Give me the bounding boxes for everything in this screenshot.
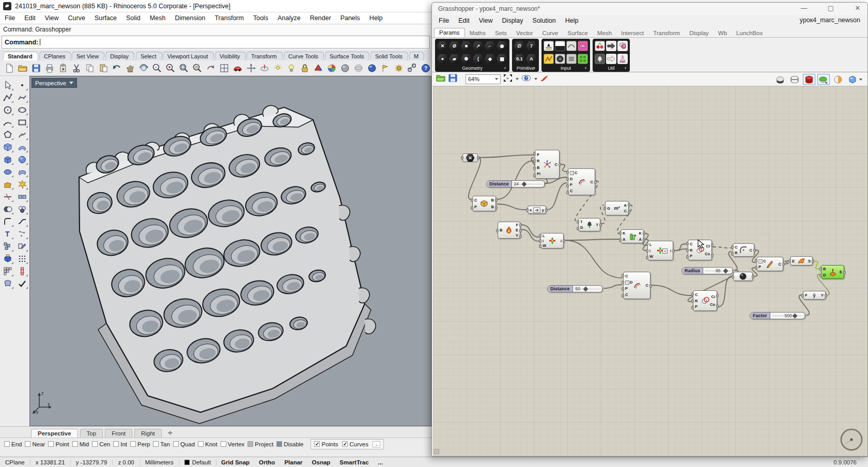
lamp-icon[interactable] <box>285 62 297 74</box>
input-nub[interactable] <box>566 170 569 174</box>
inp-gradient-icon[interactable] <box>566 41 577 51</box>
rectangle-icon[interactable] <box>16 116 28 128</box>
sphere-solid-icon[interactable] <box>16 153 28 165</box>
close-button[interactable]: ✕ <box>853 4 862 12</box>
input-nub[interactable] <box>533 166 536 170</box>
input-nub[interactable] <box>539 234 541 238</box>
output-nub[interactable] <box>782 262 785 266</box>
gh-component-deconstruct-brep[interactable]: BFEV <box>498 222 520 239</box>
inp-panel-icon[interactable] <box>566 54 577 64</box>
input-nub[interactable] <box>577 220 579 224</box>
chevron-down-icon[interactable] <box>516 78 519 80</box>
toolbar-tab-set-view[interactable]: Set View <box>71 52 105 60</box>
toolbar-tab-transform[interactable]: Transform <box>246 52 283 60</box>
input-nub[interactable] <box>731 252 734 256</box>
input-nub[interactable] <box>471 206 473 210</box>
polyline-icon[interactable] <box>1 91 14 103</box>
output-nub[interactable] <box>716 304 719 308</box>
osnap-item-mid[interactable]: Mid <box>72 441 89 447</box>
gh-component-list-item-1[interactable]: LiWi <box>540 233 564 248</box>
hex-int-icon[interactable]: 7 <box>526 41 537 51</box>
control-curve-icon[interactable] <box>16 91 28 103</box>
status-toggle-grid-snap[interactable]: Grid Snap <box>216 459 254 465</box>
hex-plane-icon[interactable]: ▰ <box>449 54 460 64</box>
cyl-red-sel-icon[interactable] <box>803 74 815 85</box>
print-icon[interactable] <box>43 62 55 74</box>
redraw-brush-icon[interactable] <box>540 74 549 84</box>
surface-sweep-icon[interactable] <box>16 141 28 153</box>
toolbar-tab-m[interactable]: M <box>409 52 425 60</box>
block-edit-icon[interactable] <box>16 240 28 252</box>
input-nub[interactable] <box>619 231 622 235</box>
osnap-checkbox-tan[interactable] <box>153 441 159 447</box>
status-ellipsis[interactable]: ... <box>374 459 388 465</box>
notes-flag-icon[interactable] <box>379 62 391 74</box>
util-arrow-dark-icon[interactable] <box>606 41 616 51</box>
util-jar-icon[interactable] <box>617 41 628 51</box>
hex-null-icon[interactable]: ∅ <box>514 41 525 51</box>
input-nub[interactable] <box>622 281 624 284</box>
osnap-checkbox-vertex[interactable] <box>221 441 226 447</box>
osnap-checkbox-mid[interactable] <box>72 441 78 447</box>
slider-track[interactable]: 86 <box>703 268 733 274</box>
save-file-icon[interactable] <box>448 74 457 84</box>
output-nub[interactable] <box>711 254 714 257</box>
input-nub[interactable] <box>819 267 822 271</box>
input-nub[interactable] <box>732 275 734 278</box>
four-view-icon[interactable] <box>218 62 230 74</box>
hex-diamond-icon[interactable]: ◆ <box>485 54 495 64</box>
chevron-down-icon[interactable] <box>534 78 537 80</box>
output-nub[interactable] <box>594 180 597 184</box>
osnap-checkbox-perp[interactable] <box>130 441 136 447</box>
gh-menu-help[interactable]: Help <box>561 16 583 25</box>
input-nub[interactable] <box>533 152 536 155</box>
toolbar-tab-select[interactable]: Select <box>135 52 162 60</box>
gh-component-flatten-tree[interactable]: TDT <box>578 218 600 231</box>
pan-hand-icon[interactable] <box>124 62 136 74</box>
inp-toggle-icon[interactable] <box>555 41 565 51</box>
toolbar-tab-curve-tools[interactable]: Curve Tools <box>283 52 324 60</box>
output-nub[interactable] <box>519 235 522 238</box>
input-nub[interactable] <box>566 191 569 194</box>
status-units[interactable]: Millimeters <box>140 459 179 465</box>
box-solid-icon[interactable] <box>1 153 14 165</box>
menu-curve[interactable]: Curve <box>64 13 90 23</box>
zoom-extents-icon[interactable]: × <box>503 74 513 84</box>
link-tool-icon[interactable] <box>406 62 418 74</box>
menu-help[interactable]: Help <box>365 13 388 23</box>
grasshopper-titlebar[interactable]: Grasshopper - урок4_marc_newson* — ▢ ✕ <box>432 3 867 15</box>
menu-dimension[interactable]: Dimension <box>170 13 210 23</box>
output-nub[interactable] <box>519 223 522 227</box>
gh-menu-display[interactable]: Display <box>498 16 528 25</box>
gear-icon[interactable] <box>393 62 405 74</box>
perspective-viewport[interactable] <box>29 76 431 426</box>
gh-component-offset-2[interactable]: C↑DPCC <box>623 272 650 299</box>
gh-component-merge-sphere[interactable] <box>733 272 753 281</box>
output-nub[interactable] <box>545 208 548 212</box>
osnap-checkbox-near[interactable] <box>25 441 30 447</box>
output-nub[interactable] <box>672 249 675 253</box>
palette-expand-button[interactable]: + <box>533 66 536 71</box>
move-widget-icon[interactable] <box>245 62 257 74</box>
input-nub[interactable] <box>539 244 541 248</box>
block-red-icon[interactable] <box>16 265 28 277</box>
ghosted-sphere-icon[interactable] <box>352 62 364 74</box>
output-nub[interactable] <box>753 248 756 252</box>
input-nub[interactable] <box>471 198 473 202</box>
input-nub[interactable] <box>801 294 804 298</box>
hex-number-icon[interactable]: 0.1 <box>514 54 525 64</box>
palette-expand-button[interactable]: + <box>504 66 506 71</box>
input-nub[interactable] <box>622 274 624 277</box>
gh-component-fillet[interactable]: CRC <box>733 243 754 257</box>
gh-component-boundary-surfaces[interactable]: ES <box>790 256 813 266</box>
gh-component-circle-1[interactable]: CRPCiCo <box>688 240 712 260</box>
trim-icon[interactable] <box>1 191 14 203</box>
gh-component-circle-2[interactable]: CRPCiCo <box>693 290 717 311</box>
group-spheres-icon[interactable] <box>16 203 28 215</box>
hex-box-icon[interactable]: ■ <box>461 41 472 51</box>
input-nub[interactable] <box>577 227 579 230</box>
cyl-gray-icon[interactable] <box>774 74 786 85</box>
array-grid-icon[interactable] <box>1 265 14 277</box>
toolbar-tab-visibility[interactable]: Visibility <box>214 52 246 60</box>
gh-slider-distance-0[interactable]: Distance24 <box>486 180 545 188</box>
